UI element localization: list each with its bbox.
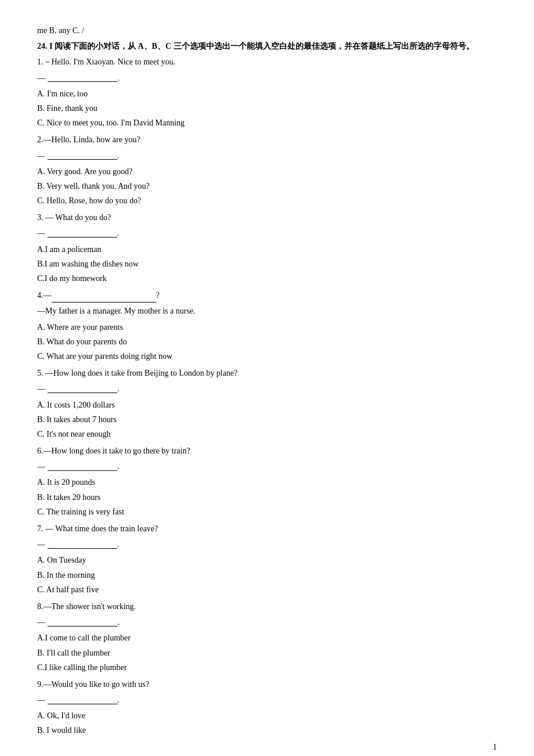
q4-option-a: A. Where are your parents xyxy=(37,320,497,334)
instruction: 24. I 阅读下面的小对话，从 A、B、C 三个选项中选出一个能填入空白处的最… xyxy=(37,39,497,53)
q2-prompt: 2.—Hello, Linda, how are you? xyxy=(37,132,497,147)
q8-option-c: C.I like calling the plumber xyxy=(37,660,497,675)
q8-option-b: B. I'll call the plumber xyxy=(37,646,497,660)
q5-prompt: 5. —How long does it take from Beijing t… xyxy=(37,366,497,380)
q6-option-b: B. It takes 20 hours xyxy=(37,490,497,505)
q1-option-b: B. Fine, thank you xyxy=(37,101,497,116)
q3-blank: —. xyxy=(37,226,497,240)
question-8: 8.—The shower isn't working. —. A.I come… xyxy=(37,599,497,675)
q4-option-b: B. What do your parents do xyxy=(37,334,497,349)
q4-option-c: C. What are your parents doing right now xyxy=(37,349,497,363)
q9-option-a: A. Ok, I'd love xyxy=(37,708,497,723)
q7-blank: —. xyxy=(37,537,497,552)
q5-option-c: C. It's not near enough xyxy=(37,427,497,441)
q9-prompt: 9.—Would you like to go with us? xyxy=(37,677,497,692)
q2-blank: —. xyxy=(37,149,497,163)
q4-response: —My father is a manager. My mother is a … xyxy=(37,304,497,318)
q7-prompt: 7. — What time does the train leave? xyxy=(37,521,497,536)
question-9: 9.—Would you like to go with us? —. A. O… xyxy=(37,677,497,738)
q3-option-a: A.I am a policeman xyxy=(37,242,497,257)
q3-prompt: 3. — What do you do? xyxy=(37,210,497,225)
q9-blank: —. xyxy=(37,693,497,707)
q8-blank: —. xyxy=(37,615,497,629)
q6-prompt: 6.—How long does it take to go there by … xyxy=(37,444,497,458)
q7-option-b: B. In the morning xyxy=(37,568,497,582)
question-1: 1.－Hello. I'm Xiaoyan. Nice to meet you.… xyxy=(37,55,497,130)
q6-blank: —. xyxy=(37,459,497,474)
q7-option-a: A. On Tuesday xyxy=(37,553,497,567)
question-4: 4.—? —My father is a manager. My mother … xyxy=(37,288,497,363)
q8-option-a: A.I come to call the plumber xyxy=(37,631,497,645)
q2-option-b: B. Very well, thank you. And you? xyxy=(37,179,497,193)
q5-option-a: A. It costs 1,200 dollars xyxy=(37,398,497,412)
q6-option-a: A. It is 20 pounds xyxy=(37,475,497,489)
header-line: me B. any C. / xyxy=(37,23,497,38)
q1-option-c: C. Nice to meet you, too. I'm David Mann… xyxy=(37,116,497,130)
question-3: 3. — What do you do? —. A.I am a policem… xyxy=(37,210,497,286)
q5-option-b: B. It takes about 7 hours xyxy=(37,412,497,427)
question-7: 7. — What time does the train leave? —. … xyxy=(37,521,497,597)
q5-blank: —. xyxy=(37,381,497,396)
q1-prompt: 1.－Hello. I'm Xiaoyan. Nice to meet you. xyxy=(37,55,497,69)
question-2: 2.—Hello, Linda, how are you? —. A. Very… xyxy=(37,132,497,208)
q2-option-c: C. Hello, Rose, how do you do? xyxy=(37,193,497,208)
q1-option-a: A. I'm nice, too xyxy=(37,87,497,101)
q1-blank: —. xyxy=(37,71,497,85)
page-content: me B. any C. / 24. I 阅读下面的小对话，从 A、B、C 三个… xyxy=(37,23,497,738)
q3-option-b: B.I am washing the dishes now xyxy=(37,257,497,271)
q4-prompt: 4.—? xyxy=(37,288,497,303)
q7-option-c: C. At half past five xyxy=(37,582,497,597)
q2-option-a: A. Very good. Are you good? xyxy=(37,164,497,179)
question-6: 6.—How long does it take to go there by … xyxy=(37,444,497,519)
q3-option-c: C.I do my homework xyxy=(37,271,497,286)
page-number: 1 xyxy=(493,743,497,752)
question-5: 5. —How long does it take from Beijing t… xyxy=(37,366,497,441)
q9-option-b: B. I would like xyxy=(37,723,497,737)
q6-option-c: C. The training is very fast xyxy=(37,505,497,519)
q8-prompt: 8.—The shower isn't working. xyxy=(37,599,497,614)
